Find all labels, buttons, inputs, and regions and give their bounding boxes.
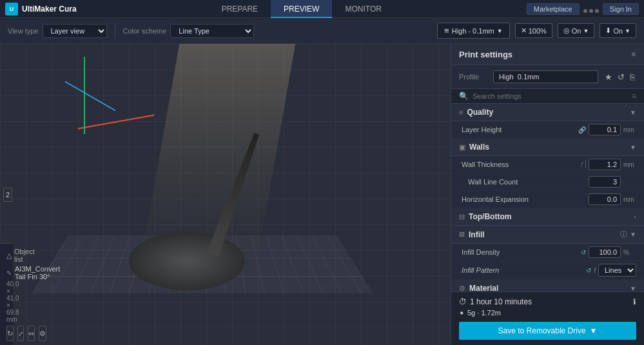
nav-tabs: PREPARE PREVIEW MONITOR bbox=[209, 0, 395, 18]
support-pct-button[interactable]: ✕ 100% bbox=[515, 23, 552, 38]
app-logo: U UltiMaker Cura bbox=[5, 3, 77, 15]
horizontal-expansion-input[interactable] bbox=[589, 193, 621, 205]
download-chevron-icon: ▼ bbox=[625, 28, 630, 34]
info-detail-icon[interactable]: ℹ bbox=[633, 297, 636, 306]
infill-pattern-reset-icon[interactable]: ↺ bbox=[586, 267, 591, 274]
close-panel-button[interactable]: × bbox=[631, 49, 636, 59]
infill-info-icon[interactable]: ⓘ bbox=[620, 230, 627, 239]
chevron-up-icon: △ bbox=[6, 251, 12, 260]
layer-height-input[interactable] bbox=[589, 124, 621, 135]
infill-pattern-func-icon: f bbox=[594, 267, 596, 274]
marketplace-button[interactable]: Marketplace bbox=[527, 3, 580, 15]
color-scheme-label: Color scheme bbox=[123, 27, 167, 35]
infill-pattern-select[interactable]: Lines bbox=[598, 264, 636, 277]
infill-density-reset-icon[interactable]: ↺ bbox=[581, 249, 586, 256]
layer-number[interactable]: 2 bbox=[3, 188, 12, 202]
view-type-select[interactable]: Layer view bbox=[43, 24, 107, 38]
support-pct-label: 100% bbox=[529, 27, 547, 35]
sign-in-button[interactable]: Sign In bbox=[603, 3, 639, 15]
logo-icon: U bbox=[5, 3, 18, 15]
wall-thickness-input[interactable] bbox=[589, 159, 621, 170]
quality-section-title: Quality bbox=[467, 108, 493, 117]
wall-thickness-unit: mm bbox=[623, 161, 636, 168]
light-beam bbox=[143, 44, 295, 250]
model-base bbox=[129, 232, 245, 290]
object-list-footer: △ Object list ✎ AI3M_Convert Tail Fin 30… bbox=[0, 243, 13, 345]
search-input[interactable] bbox=[473, 92, 628, 100]
scale-icon[interactable]: ⤢ bbox=[17, 326, 24, 341]
layer-height-row: Layer Height 🔗 mm bbox=[451, 121, 644, 139]
panel-title: Print settings bbox=[459, 50, 512, 59]
main-toolbar: View type Layer view Color scheme Line T… bbox=[0, 18, 644, 44]
tab-prepare[interactable]: PREPARE bbox=[209, 0, 271, 18]
infill-pattern-row: Infill Pattern ↺ f Lines bbox=[451, 261, 644, 280]
walls-chevron-icon: ▼ bbox=[630, 144, 636, 151]
wall-thickness-label: Wall Thickness bbox=[462, 161, 581, 168]
link-icon: 🔗 bbox=[578, 126, 586, 133]
walls-section-icon: ▣ bbox=[459, 143, 465, 152]
search-menu-icon[interactable]: ≡ bbox=[632, 92, 636, 101]
horizontal-expansion-row: Horizontal Expansion mm bbox=[451, 191, 644, 208]
color-scheme-group: Color scheme Line Type bbox=[123, 24, 255, 38]
mirror-icon[interactable]: ⇔ bbox=[28, 326, 35, 341]
object-name: AI3M_Convert Tail Fin 30° bbox=[15, 265, 60, 281]
tab-preview[interactable]: PREVIEW bbox=[271, 0, 332, 18]
print-weight-value: 5g · 1.72m bbox=[467, 309, 501, 317]
rotate-icon[interactable]: ↻ bbox=[6, 326, 14, 341]
search-row: 🔍 ≡ bbox=[451, 89, 644, 104]
top-bottom-chevron-icon: ‹ bbox=[634, 213, 636, 221]
y-axis bbox=[84, 57, 85, 134]
download-on-button[interactable]: ⬇ On ▼ bbox=[600, 23, 636, 38]
infill-pattern-label: Infill Pattern bbox=[462, 266, 586, 274]
layer-height-label: Layer Height bbox=[462, 126, 578, 133]
infill-section-header[interactable]: ⊠ Infill ⓘ ▼ bbox=[451, 226, 644, 244]
3d-viewport[interactable]: 2 △ Object list ✎ AI3M_Convert Tail Fin … bbox=[0, 44, 451, 345]
panel-header: Print settings × bbox=[451, 44, 644, 65]
scene-container: 2 bbox=[0, 44, 451, 345]
func-icon: f bbox=[581, 161, 583, 168]
profile-reset-button[interactable]: ↺ bbox=[616, 71, 626, 83]
wall-thickness-row: Wall Thickness f mm bbox=[451, 156, 644, 173]
horizontal-expansion-label: Horizontal Expansion bbox=[462, 195, 589, 203]
horizontal-expansion-unit: mm bbox=[623, 196, 636, 203]
layer-height-unit: mm bbox=[623, 126, 636, 133]
save-button[interactable]: Save to Removable Drive ▼ bbox=[459, 322, 636, 340]
walls-section-header[interactable]: ▣ Walls ▼ bbox=[451, 139, 644, 156]
support-on-button[interactable]: ◎ On ▼ bbox=[558, 23, 595, 38]
wall-line-count-row: Wall Line Count bbox=[451, 173, 644, 191]
color-scheme-select[interactable]: Line Type bbox=[170, 24, 254, 38]
profile-star-button[interactable]: ★ bbox=[603, 71, 614, 83]
tab-monitor[interactable]: MONITOR bbox=[332, 0, 394, 18]
object-list-label: Object list bbox=[14, 248, 35, 263]
material-section-title: Material bbox=[469, 284, 498, 291]
view-type-group: View type Layer view bbox=[8, 24, 107, 38]
quality-chevron-icon: ▼ bbox=[630, 109, 636, 116]
material-section-header[interactable]: ⚙ Material ▼ bbox=[451, 280, 644, 291]
search-icon: 🔍 bbox=[459, 92, 469, 101]
top-nav-bar: U UltiMaker Cura PREPARE PREVIEW MONITOR… bbox=[0, 0, 644, 18]
settings-icon[interactable]: ⚙ bbox=[39, 326, 46, 341]
wall-line-count-input[interactable] bbox=[589, 176, 621, 188]
top-bottom-section-icon: ⊟ bbox=[459, 213, 465, 221]
quality-section-header[interactable]: ≡ Quality ▼ bbox=[451, 104, 644, 121]
profile-copy-button[interactable]: ⎘ bbox=[629, 71, 636, 83]
infill-section-title: Infill bbox=[469, 230, 485, 239]
material-section-icon: ⚙ bbox=[459, 284, 465, 292]
bottom-info-panel: ⏱ 1 hour 10 minutes ℹ ✦ 5g · 1.72m Save … bbox=[451, 291, 644, 345]
z-axis bbox=[65, 81, 116, 112]
profile-label: Profile bbox=[459, 73, 488, 81]
pencil-icon: ✎ bbox=[6, 270, 12, 277]
quality-label: High - 0.1mm bbox=[452, 27, 494, 35]
clock-icon: ⏱ bbox=[459, 297, 467, 306]
save-btn-arrow-icon: ▼ bbox=[590, 326, 598, 335]
toolbar-divider-1 bbox=[115, 23, 115, 39]
top-bottom-section-header[interactable]: ⊟ Top/Bottom ‹ bbox=[451, 208, 644, 226]
download-icon: ⬇ bbox=[605, 26, 611, 35]
support-chevron-icon: ▼ bbox=[583, 28, 589, 34]
infill-density-input[interactable] bbox=[589, 246, 621, 258]
infill-density-unit: % bbox=[623, 249, 636, 256]
print-time-value: 1 hour 10 minutes bbox=[470, 297, 532, 306]
walls-section-title: Walls bbox=[469, 143, 489, 152]
profile-input[interactable] bbox=[493, 70, 598, 83]
quality-button[interactable]: ≡ High - 0.1mm ▼ bbox=[437, 23, 510, 39]
